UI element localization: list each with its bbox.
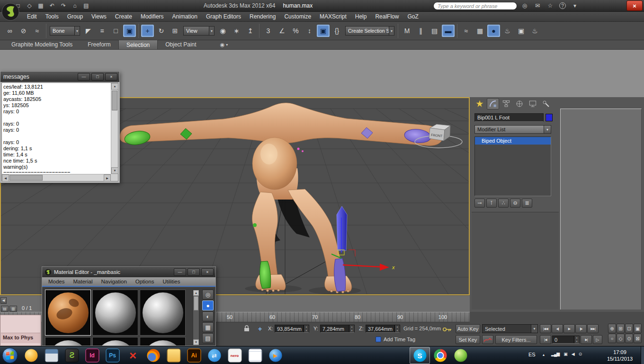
green-orb-app-icon[interactable] <box>450 347 471 364</box>
sample-scrollbar[interactable]: ▲ ▼ <box>193 290 199 346</box>
material-slot[interactable] <box>92 290 138 336</box>
make-unique-icon[interactable]: ∴ <box>498 199 509 208</box>
max-logo-icon[interactable] <box>1 3 19 21</box>
zoom-extents-icon[interactable]: ⊡ <box>625 324 633 333</box>
material-menu-item[interactable]: Modes <box>44 279 69 284</box>
menu-item[interactable]: Views <box>87 12 111 21</box>
menu-item[interactable]: Modifiers <box>136 12 168 21</box>
firefox-icon[interactable] <box>143 347 163 364</box>
spinner[interactable]: ▴▾ <box>394 325 400 332</box>
spinner[interactable]: ▴▾ <box>349 325 354 332</box>
absolute-offset-toggle-icon[interactable]: + <box>256 325 264 333</box>
auto-key-button[interactable]: Auto Key <box>456 324 480 333</box>
mini-layout-icon[interactable]: ▥ <box>9 306 17 312</box>
max-to-phys-window[interactable]: Max to Phys <box>0 315 41 346</box>
maximize-button[interactable]: □ <box>91 73 104 81</box>
infocenter-menu-icon[interactable]: ▾ <box>571 2 579 9</box>
create-tab-icon[interactable] <box>474 98 486 109</box>
menu-item[interactable]: MAXScript <box>315 12 351 21</box>
project-folder-icon[interactable]: ⌂ <box>71 1 79 9</box>
hierarchy-tab-icon[interactable] <box>500 98 512 109</box>
tab-graphite-modeling-tools[interactable]: Graphite Modeling Tools <box>4 40 80 49</box>
menu-item[interactable]: Edit <box>23 12 41 21</box>
menu-item[interactable]: Customize <box>280 12 315 21</box>
sample-sphere-icon[interactable]: ● <box>202 300 214 310</box>
redo-icon[interactable]: ↷ <box>60 1 67 9</box>
signal-bars-icon[interactable]: ▂▄▆ <box>551 352 559 356</box>
skype-icon[interactable]: S <box>410 347 430 364</box>
red-x-app-icon[interactable]: × <box>123 347 143 364</box>
vertical-scrollbar[interactable]: ▲ ▼ <box>111 83 118 174</box>
menu-item[interactable]: Rendering <box>245 12 280 21</box>
x-coordinate-field[interactable]: 93,854mm▴▾ <box>275 325 309 333</box>
menu-item[interactable]: GoZ <box>403 12 422 21</box>
menu-item[interactable]: Help <box>351 12 371 21</box>
mini-window-icon[interactable]: ▤ <box>1 306 9 312</box>
layer-manager-icon[interactable]: ▤ <box>428 25 441 37</box>
help-icon[interactable]: ? <box>559 2 566 9</box>
unlink-selection-icon[interactable]: ⊘ <box>17 25 30 37</box>
material-menu-item[interactable]: Navigation <box>97 279 131 284</box>
menu-item[interactable]: RealFlow <box>371 12 403 21</box>
material-slot[interactable] <box>45 290 91 336</box>
align-icon[interactable]: ∥ <box>414 25 427 37</box>
sample-type-icon[interactable]: ◎ <box>202 290 214 300</box>
scene-options-icon[interactable]: ▤ <box>82 1 90 9</box>
material-menu-item[interactable]: Options <box>131 279 159 284</box>
orange-orb-app-icon[interactable] <box>21 347 41 364</box>
reference-coordinate-dropdown[interactable]: View▾ <box>183 26 215 36</box>
rendered-frame-icon[interactable]: ▣ <box>515 25 528 37</box>
modifier-stack[interactable]: Biped Object <box>474 136 551 196</box>
y-coordinate-field[interactable]: 7,284mm▴▾ <box>320 325 355 333</box>
key-filters-curve-icon[interactable] <box>482 335 493 344</box>
key-filters-button[interactable]: Key Filters... <box>495 335 537 344</box>
snaps-toggle-3d-icon[interactable]: 3 <box>262 25 275 37</box>
teamviewer-icon[interactable]: ⇄ <box>204 347 224 364</box>
object-name-field[interactable]: Bip001 L Foot <box>474 113 544 122</box>
tab-freeform[interactable]: Freeform <box>80 40 118 49</box>
keyboard-override-icon[interactable]: ↥ <box>244 25 257 37</box>
network-icon[interactable]: ⊙ <box>579 352 582 356</box>
percent-snap-icon[interactable]: % <box>289 25 302 37</box>
zoom-extents-all-icon[interactable]: ▣ <box>634 324 642 333</box>
zoom-icon[interactable]: ⊕ <box>608 324 616 333</box>
next-key-button[interactable]: ▶| <box>581 335 592 344</box>
use-center-icon[interactable]: ◉ <box>216 25 229 37</box>
material-slot[interactable] <box>140 337 186 346</box>
timeline-left-icon[interactable]: ◀ <box>0 297 7 304</box>
pin-stack-icon[interactable]: ⊸ <box>474 199 485 208</box>
left-foot-bone[interactable] <box>260 261 271 289</box>
display-tab-icon[interactable] <box>527 98 539 109</box>
horizontal-scrollbar[interactable]: ◀ ▶ <box>2 174 111 181</box>
select-and-link-icon[interactable]: ∞ <box>3 25 16 37</box>
selection-filter-dropdown[interactable]: Selected▾ <box>482 324 538 333</box>
undo-icon[interactable]: ↶ <box>48 1 56 9</box>
pan-icon[interactable]: ◇ <box>617 334 625 343</box>
previous-key-button[interactable]: |◀ <box>540 335 551 344</box>
maximize-button[interactable]: □ <box>188 268 200 276</box>
chrome-icon[interactable] <box>430 347 450 364</box>
selection-set-dropdown[interactable]: Create Selection Se▾ <box>345 26 394 36</box>
tab-selection[interactable]: Selection <box>118 40 158 49</box>
open-file-icon[interactable]: ◇ <box>26 1 33 9</box>
add-time-tag[interactable]: Add Time Tag <box>384 337 415 342</box>
current-frame-field[interactable]: 0▴▾ <box>552 336 580 344</box>
options-icon[interactable]: ▤ <box>202 333 214 343</box>
lock-selection-icon[interactable] <box>243 325 250 334</box>
render-setup-icon[interactable]: ♨ <box>501 25 514 37</box>
remove-modifier-icon[interactable]: ⊖ <box>510 199 520 208</box>
messages-titlebar[interactable]: messages — □ × <box>0 72 119 82</box>
ribbon-config-icon[interactable]: ◉▾ <box>220 40 228 49</box>
minimize-button[interactable]: — <box>78 73 90 81</box>
right-foot-bone[interactable] <box>334 258 346 291</box>
3dsmax-icon[interactable]: S <box>62 347 82 364</box>
menu-item[interactable]: Animation <box>168 12 202 21</box>
start-button[interactable] <box>2 347 18 364</box>
set-key-button[interactable]: Set Key <box>456 335 480 344</box>
go-to-end-button[interactable]: ▶▶| <box>587 324 599 333</box>
utilities-tab-icon[interactable] <box>540 98 552 109</box>
show-desktop-button[interactable] <box>641 346 644 364</box>
backlight-icon[interactable]: ◐ <box>202 311 214 321</box>
select-and-rotate-icon[interactable]: ↻ <box>155 25 168 37</box>
select-and-move-icon[interactable]: + <box>141 25 154 37</box>
